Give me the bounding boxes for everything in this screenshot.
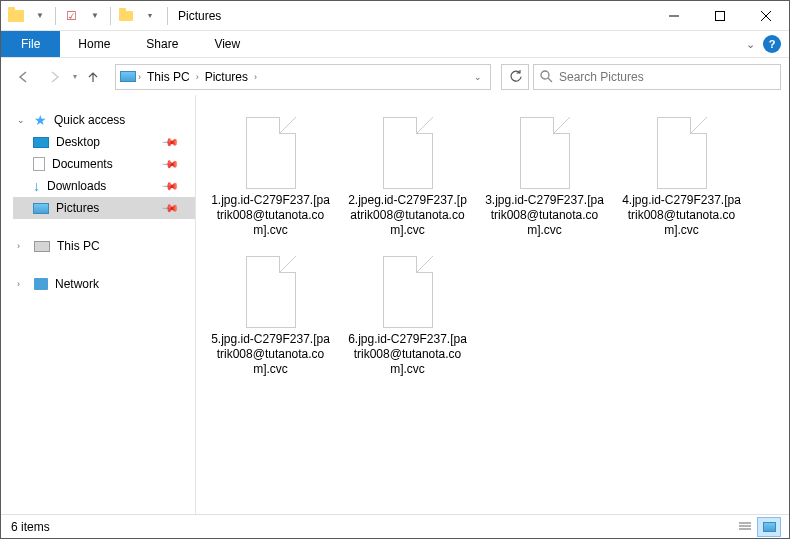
chevron-right-icon[interactable]: › <box>252 72 259 82</box>
sidebar-item-label: Downloads <box>47 179 106 193</box>
sidebar-label: Network <box>55 277 99 291</box>
file-name: 6.jpg.id-C279F237.[patrik008@tutanota.co… <box>348 332 468 377</box>
pin-icon: 📌 <box>160 132 179 151</box>
svg-point-4 <box>541 71 549 79</box>
search-placeholder: Search Pictures <box>559 70 644 84</box>
file-icon <box>236 109 306 189</box>
close-button[interactable] <box>743 1 789 31</box>
status-bar: 6 items <box>1 514 789 538</box>
sidebar-network[interactable]: › Network <box>13 273 195 295</box>
sidebar-item-downloads[interactable]: ↓ Downloads 📌 <box>13 175 195 197</box>
caret-right-icon: › <box>17 241 27 251</box>
tab-home[interactable]: Home <box>60 32 128 56</box>
file-name: 5.jpg.id-C279F237.[patrik008@tutanota.co… <box>211 332 331 377</box>
pin-icon: 📌 <box>160 176 179 195</box>
network-icon <box>34 278 48 290</box>
file-icon <box>373 109 443 189</box>
download-icon: ↓ <box>33 178 40 194</box>
qat-dropdown-2[interactable]: ▼ <box>84 5 106 27</box>
explorer-icon[interactable] <box>5 5 27 27</box>
details-view-button[interactable] <box>733 517 757 537</box>
file-item[interactable]: 4.jpg.id-C279F237.[patrik008@tutanota.co… <box>619 109 744 238</box>
file-name: 2.jpeg.id-C279F237.[patrik008@tutanota.c… <box>348 193 468 238</box>
file-tab[interactable]: File <box>1 31 60 57</box>
tab-view[interactable]: View <box>196 32 258 56</box>
sidebar-item-label: Documents <box>52 157 113 171</box>
minimize-button[interactable] <box>651 1 697 31</box>
chevron-right-icon[interactable]: › <box>136 72 143 82</box>
expand-ribbon-icon[interactable]: ⌄ <box>746 38 755 51</box>
search-icon <box>540 70 553 83</box>
file-item[interactable]: 6.jpg.id-C279F237.[patrik008@tutanota.co… <box>345 248 470 377</box>
file-icon <box>510 109 580 189</box>
quick-access-toolbar: ▼ ☑ ▼ ▾ <box>1 5 165 27</box>
sidebar-label: Quick access <box>54 113 125 127</box>
file-name: 4.jpg.id-C279F237.[patrik008@tutanota.co… <box>622 193 742 238</box>
pin-icon: 📌 <box>160 198 179 217</box>
svg-line-5 <box>548 78 552 82</box>
up-button[interactable] <box>81 65 105 89</box>
desktop-icon <box>33 137 49 148</box>
breadcrumb-pictures[interactable]: Pictures <box>201 70 252 84</box>
sidebar-this-pc[interactable]: › This PC <box>13 235 195 257</box>
pin-icon: 📌 <box>160 154 179 173</box>
forward-button[interactable] <box>41 63 69 91</box>
thumbnails-view-button[interactable] <box>757 517 781 537</box>
star-icon: ★ <box>34 112 47 128</box>
navigation-pane: ⌄ ★ Quick access Desktop 📌 Documents 📌 ↓… <box>1 95 196 515</box>
ribbon: File Home Share View ⌄ ? <box>1 31 789 57</box>
maximize-button[interactable] <box>697 1 743 31</box>
file-icon <box>647 109 717 189</box>
window-title: Pictures <box>178 9 221 23</box>
address-dropdown-icon[interactable]: ⌄ <box>474 72 482 82</box>
breadcrumb-this-pc[interactable]: This PC <box>143 70 194 84</box>
pictures-folder-icon <box>120 69 136 85</box>
file-icon <box>236 248 306 328</box>
file-name: 3.jpg.id-C279F237.[patrik008@tutanota.co… <box>485 193 605 238</box>
navigation-bar: ▾ › This PC › Pictures › ⌄ Search Pictur… <box>1 57 789 95</box>
file-list[interactable]: 1.jpg.id-C279F237.[patrik008@tutanota.co… <box>196 95 789 515</box>
sidebar-item-label: Desktop <box>56 135 100 149</box>
sidebar-item-label: Pictures <box>56 201 99 215</box>
help-icon[interactable]: ? <box>763 35 781 53</box>
file-item[interactable]: 1.jpg.id-C279F237.[patrik008@tutanota.co… <box>208 109 333 238</box>
caret-down-icon: ⌄ <box>17 115 27 125</box>
file-item[interactable]: 3.jpg.id-C279F237.[patrik008@tutanota.co… <box>482 109 607 238</box>
title-bar: ▼ ☑ ▼ ▾ Pictures <box>1 1 789 31</box>
sidebar-label: This PC <box>57 239 100 253</box>
back-button[interactable] <box>9 63 37 91</box>
chevron-right-icon[interactable]: › <box>194 72 201 82</box>
file-item[interactable]: 5.jpg.id-C279F237.[patrik008@tutanota.co… <box>208 248 333 377</box>
file-name: 1.jpg.id-C279F237.[patrik008@tutanota.co… <box>211 193 331 238</box>
recent-locations-dropdown[interactable]: ▾ <box>73 72 77 81</box>
caret-right-icon: › <box>17 279 27 289</box>
qat-customize-dropdown[interactable]: ▾ <box>139 5 161 27</box>
sidebar-item-documents[interactable]: Documents 📌 <box>13 153 195 175</box>
properties-qat-icon[interactable]: ☑ <box>60 5 82 27</box>
pc-icon <box>34 241 50 252</box>
document-icon <box>33 157 45 171</box>
svg-rect-1 <box>716 12 725 21</box>
refresh-button[interactable] <box>501 64 529 90</box>
search-input[interactable]: Search Pictures <box>533 64 781 90</box>
sidebar-item-pictures[interactable]: Pictures 📌 <box>13 197 195 219</box>
tab-share[interactable]: Share <box>128 32 196 56</box>
pictures-icon <box>33 203 49 214</box>
qat-dropdown-1[interactable]: ▼ <box>29 5 51 27</box>
file-icon <box>373 248 443 328</box>
file-item[interactable]: 2.jpeg.id-C279F237.[patrik008@tutanota.c… <box>345 109 470 238</box>
address-bar[interactable]: › This PC › Pictures › ⌄ <box>115 64 491 90</box>
item-count: 6 items <box>11 520 50 534</box>
sidebar-item-desktop[interactable]: Desktop 📌 <box>13 131 195 153</box>
sidebar-quick-access[interactable]: ⌄ ★ Quick access <box>13 109 195 131</box>
new-folder-qat-icon[interactable] <box>115 5 137 27</box>
